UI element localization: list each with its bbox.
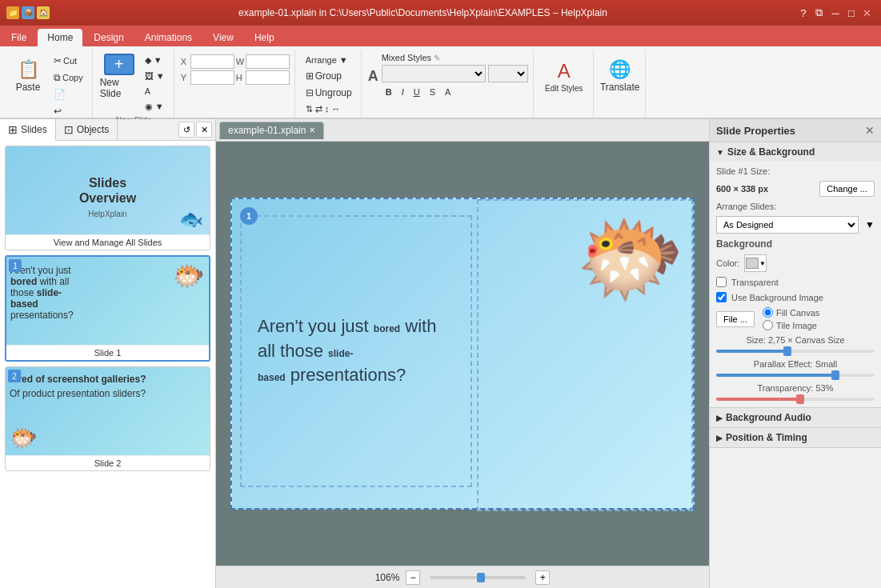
maximize-btn[interactable]: □ <box>844 6 859 20</box>
transparency-slider-row: Transparency: 53% <box>716 383 875 402</box>
edit-styles-button[interactable]: A Edit Styles <box>540 53 588 99</box>
group-button[interactable]: ⊞ Group <box>302 68 356 84</box>
slide-text-box[interactable]: Aren't you just bored with all those sli… <box>240 215 472 487</box>
tab-design[interactable]: Design <box>84 29 133 46</box>
copy-button[interactable]: ⧉ Copy <box>50 70 87 86</box>
font-color-btn[interactable]: A <box>441 85 455 99</box>
ribbon: File Home Design Animations View Help 📋 … <box>0 26 881 119</box>
background-label: Background <box>716 238 772 250</box>
color-swatch <box>746 258 759 269</box>
overview-brand: HelpXplain <box>88 210 126 218</box>
use-bg-image-checkbox[interactable] <box>716 292 727 302</box>
canvas-tab-1[interactable]: example-01.xplain ✕ <box>219 122 324 139</box>
color-picker-btn[interactable]: ▼ <box>744 254 767 272</box>
font-dropdown[interactable] <box>382 65 486 82</box>
slide-canvas[interactable]: 1 Aren't you just bored with all those s… <box>230 198 695 510</box>
insert-circle-btn[interactable]: ◉ ▼ <box>141 99 169 114</box>
transparent-checkbox[interactable] <box>716 277 727 287</box>
translate-icon: 🌐 <box>609 59 631 80</box>
tab-view[interactable]: View <box>203 29 243 46</box>
bg-audio-label: Background Audio <box>726 412 811 423</box>
arrange-slides-label: Arrange Slides: <box>716 202 776 211</box>
arrange-button[interactable]: Arrange ▼ <box>302 53 356 67</box>
ribbon-tabs: File Home Design Animations View Help <box>0 26 881 46</box>
y-input[interactable] <box>190 70 234 85</box>
ribbon-group-newslide: + New Slide ◆ ▼ 🖼 ▼ A ◉ ▼ New Slide <box>94 50 174 118</box>
zoom-in-btn[interactable]: + <box>535 570 550 585</box>
help-btn[interactable]: ? <box>796 6 811 20</box>
section-size-bg-header[interactable]: ▼ Size & Background <box>710 142 881 162</box>
strikethrough-btn[interactable]: S <box>426 85 439 99</box>
file-btn[interactable]: File ... <box>716 311 755 327</box>
ungroup-button[interactable]: ⊟ Ungroup <box>302 85 356 101</box>
tab-objects[interactable]: ⊡ Objects <box>56 119 118 140</box>
app-icon-2: 📦 <box>22 6 34 19</box>
insert-text-btn[interactable]: A <box>141 84 169 98</box>
new-slide-button[interactable]: + New Slide <box>99 53 139 99</box>
zoom-slider[interactable] <box>430 576 526 579</box>
section-bg-audio-header[interactable]: ▶ Background Audio <box>710 408 881 427</box>
ribbon-group-coords: X W Y H <box>176 50 295 118</box>
color-label: Color: <box>716 258 739 268</box>
tile-image-radio[interactable] <box>763 320 773 330</box>
x-input[interactable] <box>190 54 234 69</box>
slide-item-1[interactable]: 1 Aren't you just bored with all those s… <box>5 255 210 362</box>
close-panel-btn[interactable]: ✕ <box>196 122 212 138</box>
x-label: X <box>181 57 189 66</box>
section-size-background: ▼ Size & Background Slide #1 Size: 600 ×… <box>710 142 881 408</box>
undo-button[interactable]: ↩ <box>50 103 87 119</box>
parallax-slider-track[interactable] <box>716 374 875 377</box>
paste-button[interactable]: 📋 Paste <box>8 53 48 99</box>
parallax-label: Parallax Effect: Small <box>754 359 837 369</box>
restore-btn[interactable]: ⧉ <box>812 6 827 20</box>
edit-styles-label: Edit Styles <box>545 84 583 93</box>
paste-special-button[interactable]: 📄 <box>50 86 87 102</box>
ribbon-group-translate: 🌐 Translate <box>595 50 646 118</box>
transparency-label: Transparency: 53% <box>758 383 834 393</box>
arrange-dropdown-row: As Designed ▼ <box>716 216 875 234</box>
canvas-statusbar: 106% − + <box>216 566 709 588</box>
insert-image-btn[interactable]: 🖼 ▼ <box>141 69 169 83</box>
w-input[interactable] <box>246 54 290 69</box>
app-icon-1: 📁 <box>6 6 19 19</box>
font-size-dropdown[interactable] <box>488 65 528 82</box>
cut-button[interactable]: ✂ Cut <box>50 53 87 69</box>
pos-timing-arrow-icon: ▶ <box>716 434 723 442</box>
slide-size-value: 600 × 338 px <box>716 184 768 194</box>
refresh-btn[interactable]: ↺ <box>178 122 194 138</box>
size-slider-track[interactable] <box>716 350 875 353</box>
tab-home[interactable]: Home <box>38 29 82 46</box>
slide-item-2[interactable]: 2 Tired of screenshot galleries? Of prod… <box>5 366 210 471</box>
italic-btn[interactable]: I <box>398 85 408 99</box>
slide-1-text: Aren't you just bored with all those sli… <box>10 265 82 321</box>
transparency-slider-track[interactable] <box>716 398 875 401</box>
slide-item-overview[interactable]: SlidesOverview 🐟 HelpXplain View and Man… <box>5 146 210 250</box>
slide-2-fish-icon: 🐡 <box>10 425 38 451</box>
tab-slides[interactable]: ⊞ Slides <box>0 119 56 141</box>
bold-btn[interactable]: B <box>382 85 396 99</box>
tab-file[interactable]: File <box>2 29 36 46</box>
h-input[interactable] <box>246 70 290 85</box>
size-slider-row: Size: 2,75 × Canvas Size <box>716 335 875 354</box>
transparent-label: Transparent <box>731 278 779 287</box>
arrange-dropdown[interactable]: As Designed <box>716 216 859 234</box>
ribbon-group-edit-styles: A Edit Styles <box>535 50 594 118</box>
canvas-tab-close[interactable]: ✕ <box>309 126 315 134</box>
tab-animations[interactable]: Animations <box>135 29 202 46</box>
main-layout: ⊞ Slides ⊡ Objects ↺ ✕ SlidesOverview 🐟 <box>0 119 881 588</box>
translate-button[interactable]: 🌐 Translate <box>600 53 640 99</box>
fill-canvas-radio[interactable] <box>763 307 773 318</box>
slide-1-label: Slide 1 <box>6 345 209 360</box>
slide-size-value-row: 600 × 338 px Change ... <box>716 181 875 197</box>
dropdown-arrow-icon: ▼ <box>865 219 875 230</box>
tab-help[interactable]: Help <box>245 29 284 46</box>
insert-shapes-btn[interactable]: ◆ ▼ <box>141 53 169 68</box>
minimize-btn[interactable]: ─ <box>828 6 843 20</box>
close-btn[interactable]: ✕ <box>860 6 875 20</box>
prop-close-btn[interactable]: ✕ <box>865 124 875 137</box>
section-pos-timing-header[interactable]: ▶ Position & Timing <box>710 428 881 447</box>
change-size-btn[interactable]: Change ... <box>819 181 875 197</box>
align-btns[interactable]: ⇅ ⇄ ↕ ↔ <box>302 102 356 117</box>
zoom-out-btn[interactable]: − <box>406 570 420 585</box>
underline-btn[interactable]: U <box>410 85 424 99</box>
